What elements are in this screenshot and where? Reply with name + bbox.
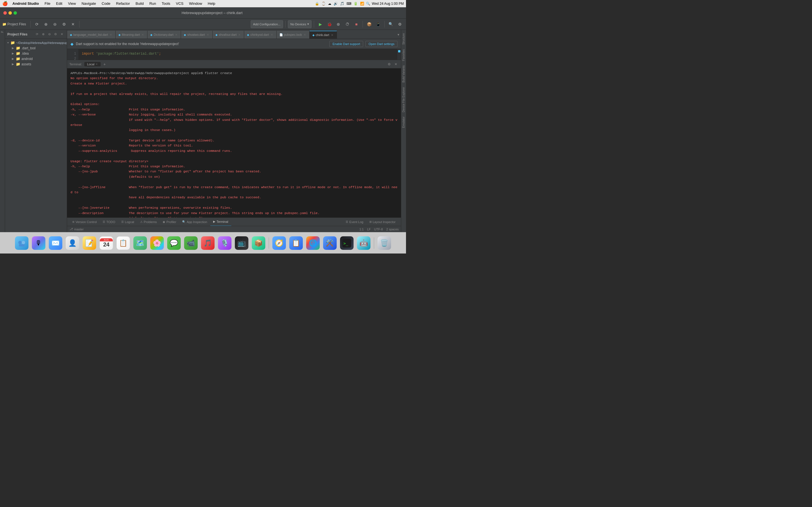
sidebar-project-icon[interactable]: P xyxy=(1,31,4,33)
terminal-tab-local[interactable]: Local ✕ xyxy=(84,62,101,66)
tab-close-icon[interactable]: ✕ xyxy=(206,33,209,36)
dock-copyclip[interactable]: 📋 xyxy=(288,235,304,251)
tree-root-item[interactable]: ▾ 📁 ~/Desktop/HebrewApp/Hebrewappupdatep… xyxy=(5,40,67,45)
tab-close-icon[interactable]: ✕ xyxy=(238,33,241,36)
menu-edit[interactable]: Edit xyxy=(54,1,64,6)
dock-contacts[interactable]: 👤 xyxy=(64,235,80,251)
dock-siri[interactable]: 🎙 xyxy=(31,235,47,251)
menu-refactor[interactable]: Refactor xyxy=(114,1,132,6)
menu-view[interactable]: View xyxy=(66,1,78,6)
panel-sync-button[interactable]: ⟳ xyxy=(34,32,40,37)
dock-mail[interactable]: ✉️ xyxy=(48,235,63,251)
right-tool-device-file-explorer[interactable]: Device File Explorer xyxy=(402,85,406,114)
dock-safari[interactable]: 🧭 xyxy=(271,235,287,251)
panel-collapse-button[interactable]: ⊖ xyxy=(47,32,52,37)
code-text[interactable]: import 'package:flutter/material.dart'; … xyxy=(79,49,397,60)
toolbar-close-panel-button[interactable]: ✕ xyxy=(69,20,77,28)
menu-run[interactable]: Run xyxy=(147,1,158,6)
tab-close-icon[interactable]: ✕ xyxy=(141,33,144,36)
right-tool-build-variants[interactable]: Build Variants xyxy=(402,63,406,85)
tab-terminal[interactable]: ▶ Terminal xyxy=(210,218,232,226)
dock-facetime[interactable]: 📹 xyxy=(183,235,199,251)
tab-layout-inspector[interactable]: ⊞ Layout Inspector xyxy=(366,218,399,226)
menu-help[interactable]: Help xyxy=(206,1,218,6)
tree-item-idea[interactable]: ▶ 📁 .idea xyxy=(5,51,67,56)
status-git-branch[interactable]: ⎇ master xyxy=(69,227,84,231)
terminal-close-button[interactable]: ✕ xyxy=(393,61,399,67)
right-tool-emulator[interactable]: Emulator xyxy=(402,114,406,130)
tab-close-icon[interactable]: ✕ xyxy=(270,33,273,36)
menu-navigate[interactable]: Navigate xyxy=(79,1,98,6)
dock-reminders[interactable]: 📋 xyxy=(115,235,131,251)
profile-button[interactable]: ⏱ xyxy=(343,20,351,28)
dock-calendar[interactable]: AUG 24 xyxy=(98,235,114,251)
settings-gear-button[interactable]: ⚙ xyxy=(396,20,404,28)
dock-chrome[interactable]: 🌐 xyxy=(305,235,321,251)
tab-close-icon[interactable]: ✕ xyxy=(303,33,306,36)
no-devices-dropdown[interactable]: No Devices ▾ xyxy=(288,20,312,28)
panel-settings-button[interactable]: ⚙ xyxy=(53,32,58,37)
tab-app-inspection[interactable]: 🔍 App Inspection xyxy=(179,218,210,226)
dock-finder[interactable] xyxy=(14,235,30,251)
tab-problems[interactable]: ⚠ Problems xyxy=(137,218,160,226)
search-everywhere-button[interactable]: 🔍 xyxy=(387,20,395,28)
window-maximize-button[interactable] xyxy=(13,11,17,15)
dock-messages[interactable]: 💬 xyxy=(166,235,182,251)
dock-terminal[interactable]: >_ xyxy=(339,235,355,251)
dock-music[interactable]: 🎵 xyxy=(200,235,216,251)
tab-event-log[interactable]: ☰ Event Log xyxy=(343,218,366,226)
apple-menu[interactable]: 🍎 xyxy=(2,1,8,6)
avd-manager-button[interactable]: 📱 xyxy=(374,20,382,28)
tab-chirik[interactable]: ◆ chirik.dart ✕ xyxy=(310,31,337,39)
menu-file[interactable]: File xyxy=(42,1,53,6)
menu-build[interactable]: Build xyxy=(133,1,146,6)
tab-logcat[interactable]: ☰ Logcat xyxy=(118,218,137,226)
add-configuration-button[interactable]: Add Configuration... xyxy=(251,20,283,28)
dock-trash[interactable]: 🗑️ xyxy=(376,235,392,251)
window-minimize-button[interactable] xyxy=(8,11,12,15)
tab-shvafour[interactable]: ◆ shvafour.dart ✕ xyxy=(213,31,245,39)
status-line-ending[interactable]: LF xyxy=(367,228,371,231)
tab-profiler[interactable]: ◉ Profiler xyxy=(160,218,179,226)
terminal-tab-close-icon[interactable]: ✕ xyxy=(96,63,98,66)
tab-close-icon[interactable]: ✕ xyxy=(174,33,178,36)
tree-item-dart-tool[interactable]: ▶ 📁 .dart_tool xyxy=(5,45,67,51)
menu-tools[interactable]: Tools xyxy=(160,1,172,6)
menu-code[interactable]: Code xyxy=(100,1,113,6)
tree-item-assets[interactable]: ▶ 📁 assets xyxy=(5,61,67,67)
panel-expand-button[interactable]: ⊕ xyxy=(40,32,46,37)
menubar-search[interactable]: 🔍 xyxy=(366,2,370,6)
tab-meaning[interactable]: ◆ Meaning.dart ✕ xyxy=(116,31,147,39)
tree-item-android[interactable]: ▶ 📁 android xyxy=(5,56,67,61)
tab-close-icon[interactable]: ✕ xyxy=(109,33,112,36)
dock-podcasts[interactable]: 🎙️ xyxy=(217,235,233,251)
toolbar-expand-button[interactable]: ⊕ xyxy=(42,20,50,28)
dock-photos[interactable]: 🌸 xyxy=(149,235,165,251)
right-tool-favorites[interactable]: Favorites xyxy=(402,47,406,63)
stop-button[interactable]: ■ xyxy=(352,20,360,28)
status-cursor-position[interactable]: 1:1 xyxy=(359,228,364,231)
dock-maps[interactable]: 🗺️ xyxy=(132,235,148,251)
tab-version-control[interactable]: ⊛ Version Control xyxy=(69,218,100,226)
open-dart-settings-button[interactable]: Open Dart settings xyxy=(365,41,398,47)
toolbar-collapse-button[interactable]: ⊖ xyxy=(51,20,59,28)
enable-dart-support-button[interactable]: Enable Dart support xyxy=(329,41,363,47)
new-terminal-button[interactable]: + xyxy=(102,61,107,67)
toolbar-settings-button[interactable]: ⚙ xyxy=(60,20,68,28)
tab-shvatwo[interactable]: ◆ shvatwo.dart ✕ xyxy=(181,31,212,39)
window-close-button[interactable] xyxy=(3,11,7,15)
run-button[interactable]: ▶ xyxy=(316,20,324,28)
terminal-output[interactable]: APPLEs-MacBook-Pro:~/Desktop/HebrewApp/H… xyxy=(67,68,401,217)
tabs-overflow-button[interactable]: ▾ xyxy=(396,31,401,39)
project-name[interactable]: 📁 Project Files xyxy=(2,22,26,26)
tab-todo[interactable]: ☰ TODO xyxy=(100,218,118,226)
sdk-manager-button[interactable]: 📦 xyxy=(365,20,373,28)
dock-tv[interactable]: 📺 xyxy=(234,235,250,251)
tab-close-icon[interactable]: ✕ xyxy=(331,34,334,37)
menu-window[interactable]: Window xyxy=(187,1,204,6)
tab-chirikyod[interactable]: ◆ chirikyod.dart ✕ xyxy=(244,31,276,39)
dock-notes[interactable]: 📝 xyxy=(82,235,97,251)
dock-android-studio[interactable]: 🤖 xyxy=(356,235,371,251)
tab-pubspec[interactable]: 📄 pubspec.lock ✕ xyxy=(276,31,310,39)
terminal-settings-button[interactable]: ⚙ xyxy=(386,61,392,67)
